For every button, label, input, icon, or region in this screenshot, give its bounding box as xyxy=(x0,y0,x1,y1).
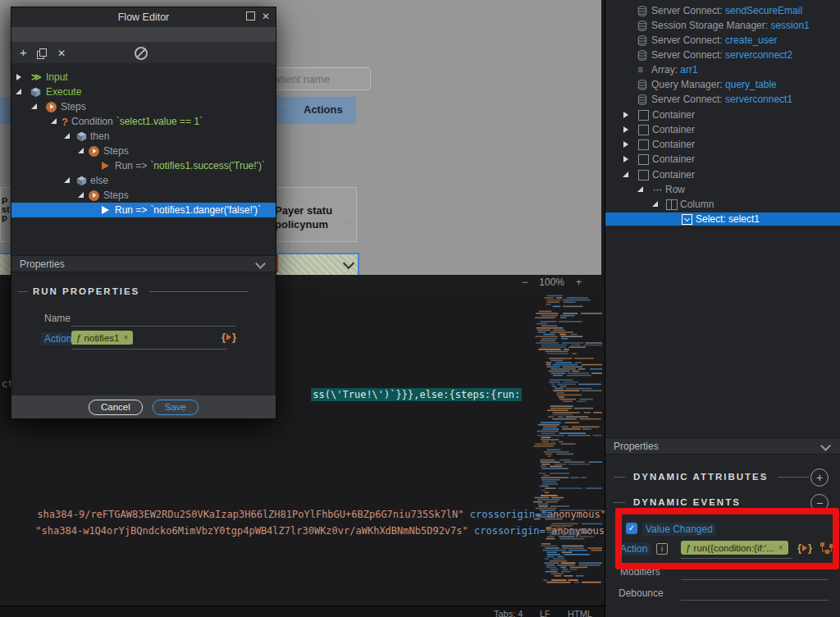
name-input[interactable] xyxy=(71,326,235,327)
collapse-arrow-icon[interactable] xyxy=(51,118,57,124)
flow-node-run-danger-selected[interactable]: Run => `notifies1.danger('false!')` xyxy=(11,203,276,217)
dynamic-attributes-heading: DYNAMIC ATTRIBUTES xyxy=(633,472,768,482)
status-eol[interactable]: LF xyxy=(540,606,550,617)
database-icon xyxy=(637,35,647,46)
flow-node-condition[interactable]: ? Condition `select1.value == 1` xyxy=(11,114,276,129)
maximize-icon[interactable] xyxy=(246,11,255,21)
patient-name-input[interactable] xyxy=(261,67,371,90)
close-icon[interactable]: ✕ xyxy=(262,11,270,22)
tree-item-row[interactable]: ⋯ Row xyxy=(605,182,840,197)
tree-item-arr1[interactable]: ≡ Array: arr1 xyxy=(605,62,840,77)
dialog-toolbar: + ✕ xyxy=(11,42,276,64)
collapse-arrow-icon[interactable] xyxy=(623,171,628,177)
dialog-footer: Cancel Save xyxy=(11,395,276,418)
dialog-titlebar[interactable]: Flow Editor ✕ xyxy=(11,7,276,28)
section-title: RUN PROPERTIES xyxy=(33,286,139,296)
dialog-properties-header[interactable]: Properties xyxy=(11,255,276,272)
collapse-arrow-icon[interactable] xyxy=(78,192,84,198)
tree-item-sendsecureemail[interactable]: Server Connect: sendSecureEmail xyxy=(605,3,840,18)
collapse-arrow-icon[interactable] xyxy=(31,103,37,109)
run-icon xyxy=(102,206,109,214)
collapse-arrow-icon[interactable] xyxy=(78,148,84,153)
code-selected-line[interactable]: ss(\'True!\')`}}},else:{steps:{run: xyxy=(276,377,522,412)
flow-editor-dialog: Flow Editor ✕ + ✕ ≫ Input Execute xyxy=(11,7,276,419)
red-highlight-box xyxy=(615,508,839,569)
tree-item-container-expanded[interactable]: Container xyxy=(605,167,840,182)
panel-properties-header[interactable]: Properties xyxy=(605,437,840,455)
sort-icon[interactable]: ↑↓ xyxy=(344,217,349,226)
flow-node-input[interactable]: ≫ Input xyxy=(11,70,276,85)
flow-node-then[interactable]: then xyxy=(11,129,276,144)
container-icon xyxy=(638,125,649,135)
expand-arrow-icon[interactable] xyxy=(16,74,21,80)
remove-icon[interactable]: × xyxy=(123,333,128,342)
tree-item-container[interactable]: Container xyxy=(605,122,840,137)
name-label: Name xyxy=(44,313,71,324)
tree-item-select1-selected[interactable]: Select: select1 xyxy=(605,213,840,226)
code-minimap[interactable] xyxy=(532,291,602,584)
code-selection: ss(\'True!\')`}}},else:{steps:{run: xyxy=(311,388,522,401)
status-bar: Tabs: 4 LF HTML xyxy=(0,606,605,617)
collapse-arrow-icon[interactable] xyxy=(64,177,70,183)
container-icon xyxy=(638,170,649,181)
flow-node-else[interactable]: else xyxy=(11,173,276,188)
tree-item-column[interactable]: Column xyxy=(605,197,840,212)
flow-node-run-success[interactable]: Run => `notifies1.success('True!')` xyxy=(11,158,276,173)
copy-icon xyxy=(37,48,47,59)
column-icon xyxy=(666,199,678,210)
array-icon: ≡ xyxy=(637,64,643,75)
zoom-level[interactable]: 100% xyxy=(539,277,564,288)
tree-item-serverconnect2[interactable]: Server Connect: serverconnect2 xyxy=(605,48,840,62)
expand-arrow-icon[interactable] xyxy=(623,126,628,133)
dynamic-events-heading: DYNAMIC EVENTS xyxy=(633,497,741,507)
tree-item-session1[interactable]: Session Storage Manager: session1 xyxy=(605,18,840,33)
tree-item-query-table[interactable]: Query Manager: query_table xyxy=(605,77,840,92)
delete-step-button[interactable]: ✕ xyxy=(57,47,66,61)
copy-step-button[interactable] xyxy=(37,48,47,62)
debounce-input[interactable] xyxy=(681,600,829,601)
run-icon xyxy=(102,162,109,170)
clipped-card-text: P st p xyxy=(2,197,10,222)
tree-item-container[interactable]: Container xyxy=(605,137,840,152)
steps-icon xyxy=(46,102,57,112)
actions-column-label: Actions xyxy=(304,103,343,116)
flow-node-steps[interactable]: Steps xyxy=(11,99,276,114)
condition-icon: ? xyxy=(62,116,68,128)
cube-icon xyxy=(30,87,41,98)
add-attribute-button[interactable]: + xyxy=(810,468,829,487)
tree-item-container[interactable]: Container xyxy=(605,152,840,167)
sort-icon[interactable]: ↑↓ xyxy=(282,106,287,115)
zoom-in-button[interactable]: + xyxy=(576,277,582,288)
flow-node-steps[interactable]: Steps xyxy=(11,144,276,158)
collapse-arrow-icon[interactable] xyxy=(652,201,658,207)
save-button[interactable]: Save xyxy=(153,400,199,415)
collapse-arrow-icon[interactable] xyxy=(64,133,70,139)
action-label: Action xyxy=(41,332,75,345)
tree-item-container[interactable]: Container xyxy=(605,107,840,122)
flow-node-steps[interactable]: Steps xyxy=(11,188,276,203)
select-icon xyxy=(682,214,692,225)
disable-step-button[interactable] xyxy=(135,47,148,62)
zoom-out-button[interactable]: − xyxy=(522,277,527,288)
add-step-button[interactable]: + xyxy=(20,45,27,59)
status-tabs[interactable]: Tabs: 4 xyxy=(494,606,523,617)
status-language[interactable]: HTML xyxy=(568,606,592,617)
flow-node-execute[interactable]: Execute xyxy=(11,85,276,99)
cancel-button[interactable]: Cancel xyxy=(89,400,143,415)
chevron-down-icon xyxy=(343,258,354,269)
collapse-arrow-icon[interactable] xyxy=(16,89,21,94)
expand-arrow-icon[interactable] xyxy=(623,112,628,118)
card-line-2: policynum xyxy=(275,217,332,231)
action-value-chip[interactable]: ƒ notifies1× xyxy=(71,331,133,345)
block-icon xyxy=(135,47,148,60)
expand-arrow-icon[interactable] xyxy=(623,156,628,162)
tree-item-serverconnect1[interactable]: Server Connect: serverconnect1 xyxy=(605,92,840,107)
app-structure-panel: Server Connect: sendSecureEmail Session … xyxy=(605,0,840,617)
data-picker-icon[interactable]: {} xyxy=(221,331,236,343)
modifiers-input[interactable] xyxy=(681,579,829,580)
container-icon xyxy=(638,154,649,165)
expand-arrow-icon[interactable] xyxy=(623,141,628,148)
dialog-subbar xyxy=(11,27,276,42)
collapse-arrow-icon[interactable] xyxy=(637,186,643,192)
tree-item-create-user[interactable]: Server Connect: create_user xyxy=(605,33,840,48)
